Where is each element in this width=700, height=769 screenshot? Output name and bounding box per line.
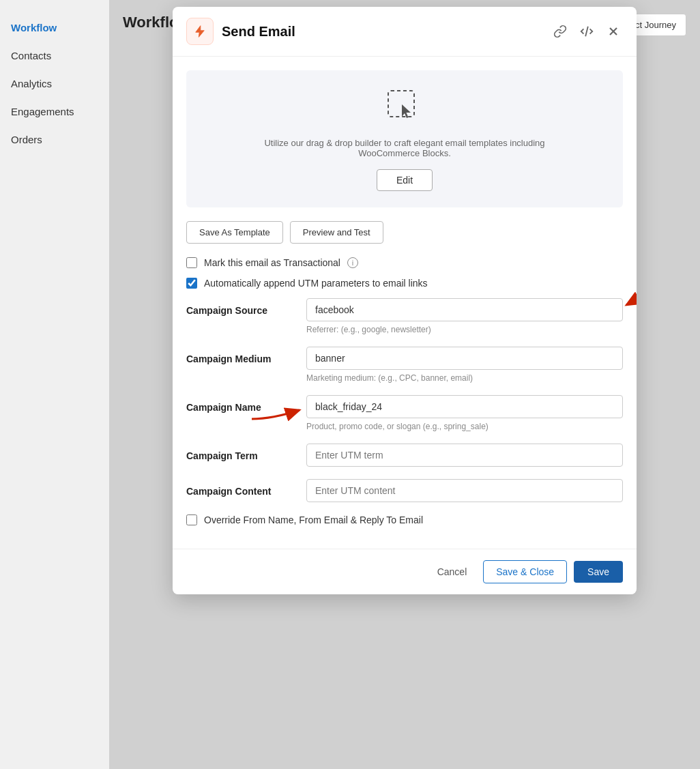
svg-rect-2: [388, 91, 414, 117]
modal-footer: Cancel Save & Close Save: [173, 549, 637, 594]
campaign-term-row: Campaign Term: [186, 444, 623, 467]
campaign-name-input[interactable]: [306, 395, 623, 418]
main-content: Workflow View Contact Journey Send Email: [109, 0, 700, 769]
sidebar-item-workflow[interactable]: Workflow: [0, 14, 109, 42]
utm-checkbox[interactable]: [186, 278, 197, 289]
campaign-term-group: Campaign Term: [186, 444, 623, 467]
utm-label: Automatically append UTM parameters to e…: [204, 278, 428, 289]
campaign-source-input[interactable]: [306, 298, 623, 321]
close-icon: [607, 25, 620, 38]
sidebar: Workflow Contacts Analytics Engagements …: [0, 0, 109, 769]
utm-checkbox-row: Automatically append UTM parameters to e…: [186, 278, 623, 289]
sidebar-item-engagements[interactable]: Engagements: [0, 98, 109, 126]
sidebar-item-analytics[interactable]: Analytics: [0, 70, 109, 98]
transactional-checkbox[interactable]: [186, 257, 197, 268]
save-as-template-button[interactable]: Save As Template: [186, 221, 283, 244]
dnd-section: Utilize our drag & drop builder to craft…: [186, 70, 623, 207]
campaign-name-field-wrap: [306, 395, 623, 418]
code-icon-button[interactable]: [577, 21, 597, 42]
campaign-content-input[interactable]: [306, 479, 623, 502]
save-close-button[interactable]: Save & Close: [483, 560, 567, 583]
link-icon-button[interactable]: [551, 22, 570, 41]
modal-header-actions: [551, 21, 623, 42]
modal-header: Send Email: [173, 7, 637, 57]
campaign-content-group: Campaign Content: [186, 479, 623, 502]
link-icon: [553, 25, 567, 38]
cancel-button[interactable]: Cancel: [428, 561, 477, 583]
campaign-medium-group: Campaign Medium Marketing medium: (e.g.,…: [186, 347, 623, 383]
dnd-icon: [387, 89, 422, 131]
dnd-description: Utilize our drag & drop builder to craft…: [234, 138, 575, 158]
campaign-medium-label: Campaign Medium: [186, 347, 295, 364]
campaign-term-input[interactable]: [306, 444, 623, 467]
edit-button[interactable]: Edit: [377, 169, 433, 191]
campaign-content-label: Campaign Content: [186, 479, 295, 497]
campaign-name-hint-row: Product, promo code, or slogan (e.g., sp…: [186, 418, 623, 431]
campaign-content-row: Campaign Content: [186, 479, 623, 502]
campaign-source-group: Campaign Source: [186, 298, 623, 334]
override-label: Override From Name, From Email & Reply T…: [204, 514, 423, 525]
sidebar-item-orders[interactable]: Orders: [0, 126, 109, 154]
campaign-source-hint-row: Referrer: (e.g., google, newsletter): [186, 321, 623, 334]
campaign-medium-field-wrap: [306, 347, 623, 370]
code-icon: [579, 24, 594, 39]
transactional-checkbox-row: Mark this email as Transactional i: [186, 257, 623, 268]
campaign-medium-input[interactable]: [306, 347, 623, 370]
preview-and-test-button[interactable]: Preview and Test: [290, 221, 383, 244]
campaign-name-label: Campaign Name: [186, 395, 295, 413]
campaign-source-hint: Referrer: (e.g., google, newsletter): [306, 325, 431, 334]
info-icon[interactable]: i: [347, 257, 358, 268]
override-checkbox-row: Override From Name, From Email & Reply T…: [186, 514, 623, 525]
lightning-icon: [193, 25, 207, 38]
campaign-name-group: Campaign Name: [186, 395, 623, 431]
modal-body: Utilize our drag & drop builder to craft…: [173, 57, 637, 549]
drag-drop-icon: [387, 89, 422, 125]
send-email-modal: Send Email: [173, 7, 637, 594]
campaign-term-label: Campaign Term: [186, 444, 295, 461]
action-buttons: Save As Template Preview and Test: [186, 221, 623, 244]
modal-overlay: Send Email: [109, 0, 700, 769]
override-checkbox[interactable]: [186, 514, 197, 525]
campaign-source-row: Campaign Source: [186, 298, 623, 321]
campaign-source-label: Campaign Source: [186, 298, 295, 316]
close-button[interactable]: [604, 22, 623, 41]
campaign-content-field-wrap: [306, 479, 623, 502]
campaign-medium-hint-row: Marketing medium: (e.g., CPC, banner, em…: [186, 370, 623, 383]
campaign-medium-hint: Marketing medium: (e.g., CPC, banner, em…: [306, 373, 473, 383]
campaign-medium-row: Campaign Medium: [186, 347, 623, 370]
campaign-name-row: Campaign Name: [186, 395, 623, 418]
transactional-label: Mark this email as Transactional: [204, 257, 340, 268]
campaign-source-field-wrap: [306, 298, 623, 321]
modal-title: Send Email: [222, 24, 542, 40]
modal-icon: [186, 18, 214, 45]
campaign-term-field-wrap: [306, 444, 623, 467]
sidebar-item-contacts[interactable]: Contacts: [0, 42, 109, 70]
campaign-name-hint: Product, promo code, or slogan (e.g., sp…: [306, 422, 488, 431]
save-button[interactable]: Save: [574, 561, 623, 583]
